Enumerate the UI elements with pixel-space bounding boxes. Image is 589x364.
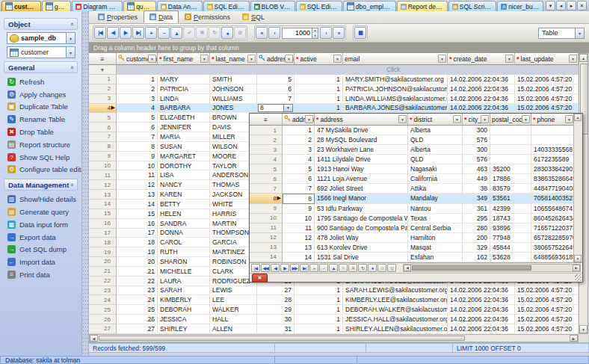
grid-cell[interactable]: 14.02.2006 22:04:36: [448, 84, 515, 94]
grid-cell[interactable]: 28 MySQL Boulevard: [315, 135, 408, 145]
action-refresh[interactable]: ↻Refresh: [7, 75, 81, 88]
grid-cell[interactable]: SARAH.LEWIS@sakilacustomer.org: [343, 286, 448, 296]
last-record-button[interactable]: ▶|: [132, 27, 144, 39]
action-generate-query[interactable]: ▤Generate query: [7, 206, 81, 218]
dropdown-column-header-address[interactable]: *address▼: [315, 114, 408, 126]
grid-cell[interactable]: ALLEN: [210, 324, 257, 334]
grid-cell[interactable]: 25: [117, 305, 158, 315]
row-selector[interactable]: 11: [89, 170, 117, 180]
column-header-last_update[interactable]: *last_update▼: [515, 53, 579, 65]
grid-cell[interactable]: CAROL: [158, 238, 210, 247]
grid-cell[interactable]: 28303384290: [531, 164, 575, 174]
document-tab-blob-viewer[interactable]: ▣BLOB Viewer: [250, 1, 295, 11]
grid-cell[interactable]: 38: [463, 184, 490, 194]
column-header-customer_id[interactable]: customer_id▼: [117, 53, 158, 65]
grid-cell[interactable]: 295: [463, 214, 490, 223]
grid-cell[interactable]: 2: [117, 84, 158, 94]
row-selector[interactable]: 18: [89, 238, 117, 247]
action-duplicate-table[interactable]: ▣Duplicate Table: [7, 101, 81, 114]
column-filter-button[interactable]: ▼: [569, 55, 577, 63]
row-selector[interactable]: 4: [250, 155, 283, 164]
row-selector[interactable]: 3: [89, 94, 117, 104]
grid-cell[interactable]: 692 Joliet Street: [315, 184, 408, 194]
close-dropdown-button[interactable]: ✕: [252, 274, 268, 283]
grid-cell[interactable]: 900 Santiago de Compostela Parkway: [315, 223, 408, 233]
grid-cell[interactable]: 17886: [490, 174, 531, 184]
dropdown-column-header-district[interactable]: *district▼: [408, 114, 463, 126]
grid-cell[interactable]: 11: [117, 170, 158, 180]
grid-cell[interactable]: 31: [257, 324, 294, 334]
action-print-data[interactable]: ≡Print data: [7, 268, 81, 281]
column-header-address_id[interactable]: address_id▼: [257, 53, 294, 65]
action-get-sql-dump[interactable]: →Get SQL dump: [7, 244, 81, 256]
row-selector[interactable]: 16: [89, 219, 117, 229]
grid-cell[interactable]: [531, 126, 575, 135]
row-selector[interactable]: 14: [89, 200, 117, 209]
grid-cell[interactable]: 6: [117, 123, 158, 132]
grid-cell[interactable]: 1: [294, 75, 343, 84]
grid-cell[interactable]: 14: [117, 200, 158, 209]
grid-cell[interactable]: 8: [117, 142, 158, 152]
action-report-structure[interactable]: ▤Report structure: [7, 138, 81, 151]
grid-cell[interactable]: 83579: [490, 184, 531, 194]
grid-cell[interactable]: 29: [257, 305, 294, 315]
grid-cell[interactable]: 1795 Santiago de Compostela Way: [315, 214, 408, 223]
grid-cell[interactable]: 23: [117, 286, 158, 296]
view-mode-selector[interactable]: Table ▾: [538, 28, 585, 39]
grid-cell[interactable]: 47 MySakila Drive: [315, 126, 408, 135]
grid-cell[interactable]: BARBARA: [158, 104, 210, 114]
grid-cell[interactable]: 14.02.2006 22:04:36: [448, 286, 515, 296]
scroll-tabs-left-button[interactable]: ◂: [556, 1, 566, 10]
dropdown-horizontal-scroll-thumb[interactable]: [412, 265, 531, 271]
row-selector[interactable]: 11: [250, 223, 283, 233]
grid-cell[interactable]: ELIZABETH: [158, 113, 210, 123]
grid-cell[interactable]: 10655648674: [531, 204, 575, 214]
grid-cell[interactable]: 5: [283, 164, 315, 174]
grid-cell[interactable]: 45844: [490, 243, 531, 253]
grid-cell[interactable]: 1121 Loja Avenue: [315, 174, 408, 184]
document-tab-game[interactable]: game: [42, 1, 71, 11]
grid-cell[interactable]: 300: [463, 145, 490, 155]
document-tab-sql-editor[interactable]: ▤SQL Editor: ...: [203, 1, 250, 11]
grid-cell[interactable]: 13: [117, 190, 158, 200]
row-selector[interactable]: 5: [89, 113, 117, 123]
grid-cell[interactable]: 6172235589: [531, 155, 575, 164]
grid-cell[interactable]: 10: [283, 214, 315, 223]
row-selector[interactable]: 23: [89, 286, 117, 296]
document-tab-diagram-viewer[interactable]: ▦Diagram Viewer: [72, 1, 123, 11]
row-selector[interactable]: 17: [89, 229, 117, 238]
grid-cell[interactable]: 5: [257, 75, 294, 84]
fetch-all-button[interactable]: ●: [221, 27, 233, 39]
column-header-first_name[interactable]: *first_name▼: [158, 53, 210, 65]
grid-cell[interactable]: 53 Idfu Parkway: [315, 204, 408, 214]
grid-cell[interactable]: 705814003527: [531, 194, 575, 203]
action-drop-table[interactable]: ✖Drop Table: [7, 126, 81, 138]
grid-cell[interactable]: 448477190408: [531, 184, 575, 194]
column-filter-button[interactable]: ▼: [247, 55, 256, 63]
grid-cell[interactable]: 1: [294, 104, 343, 114]
column-header-email[interactable]: email▼: [343, 53, 448, 65]
grid-cell[interactable]: 14033335568: [531, 145, 575, 155]
grid-cell[interactable]: RUTH: [158, 247, 210, 257]
grid-cell[interactable]: 14.02.2006 22:04:36: [448, 295, 515, 305]
section-header-object[interactable]: Object«: [4, 18, 78, 30]
grid-cell[interactable]: 27: [257, 286, 294, 296]
collapse-icon[interactable]: «: [68, 66, 75, 69]
first-row-button[interactable]: |◀: [251, 264, 260, 272]
grid-cell[interactable]: 17: [117, 229, 158, 238]
table-selector[interactable]: customer▾: [7, 46, 75, 58]
action-import-data[interactable]: ←Import data: [7, 256, 81, 268]
row-selector[interactable]: 3: [250, 145, 283, 155]
grid-cell[interactable]: 35200: [490, 164, 531, 174]
grid-cell[interactable]: 15.02.2006 4:57:20: [515, 75, 579, 84]
grid-cell[interactable]: 9: [283, 204, 315, 214]
grid-cell[interactable]: 14: [283, 253, 315, 262]
grid-cell[interactable]: 329: [463, 243, 490, 253]
grid-cell[interactable]: 14.02.2006 22:04:36: [448, 315, 515, 324]
last-row-button[interactable]: ▶|: [300, 264, 309, 272]
grid-cell[interactable]: 24: [117, 295, 158, 305]
tab-list-button[interactable]: ▾: [546, 1, 555, 10]
grid-cell[interactable]: 1531 Sal Drive: [315, 253, 408, 262]
row-selector-header[interactable]: ≡: [89, 53, 117, 65]
grid-cell[interactable]: JESSICA: [158, 315, 210, 324]
